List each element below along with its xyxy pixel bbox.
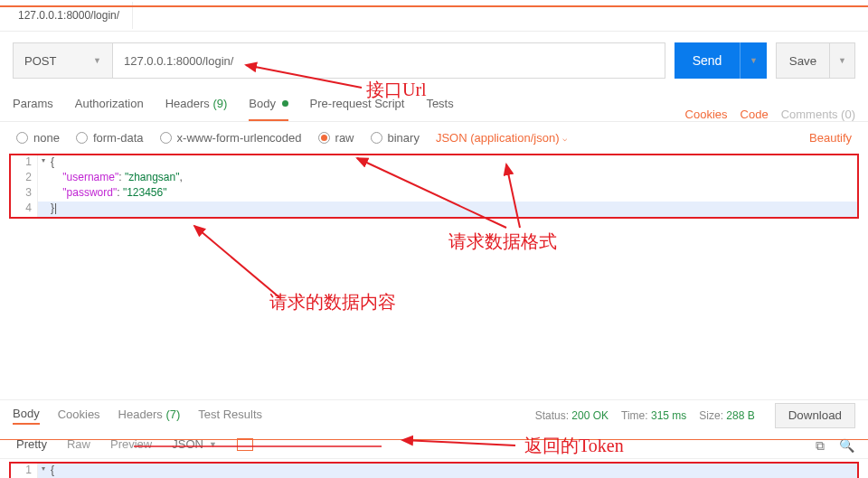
tab-authorization[interactable]: Authorization — [75, 97, 144, 121]
tab-body[interactable]: Body — [249, 97, 288, 121]
tab-prerequest[interactable]: Pre-request Script — [310, 97, 405, 121]
beautify-link[interactable]: Beautify — [809, 131, 852, 145]
radio-form-data[interactable]: form-data — [76, 131, 144, 145]
request-row: POST ▼ Send ▼ Save ▼ — [0, 32, 868, 89]
http-method-select[interactable]: POST ▼ — [13, 42, 112, 79]
annotation-datatype: 请求数据格式 — [448, 230, 557, 254]
chevron-down-icon: ▼ — [209, 440, 217, 449]
tab-params[interactable]: Params — [13, 97, 53, 121]
status-label: Status: 200 OK — [535, 409, 609, 422]
response-toolbar: Pretty Raw Preview JSON▼ ⧉ 🔍 — [0, 430, 868, 459]
size-label: Size: 288 B — [699, 409, 754, 422]
cookies-link[interactable]: Cookies — [685, 108, 728, 121]
tab-headers[interactable]: Headers (9) — [165, 97, 228, 121]
send-options-button[interactable]: ▼ — [740, 42, 767, 79]
radio-binary[interactable]: binary — [371, 131, 420, 145]
svg-line-3 — [194, 226, 280, 298]
response-tab-headers[interactable]: Headers (7) — [118, 408, 181, 424]
save-options-button[interactable]: ▼ — [830, 42, 855, 79]
body-type-row: none form-data x-www-form-urlencoded raw… — [0, 122, 868, 154]
radio-x-www-form[interactable]: x-www-form-urlencoded — [160, 131, 302, 145]
wrap-lines-icon[interactable] — [237, 438, 253, 451]
response-tab-body[interactable]: Body — [13, 407, 40, 425]
url-input[interactable] — [112, 42, 665, 79]
request-section-tabs: Params Authorization Headers (9) Body Pr… — [0, 89, 868, 122]
send-button[interactable]: Send — [675, 42, 740, 79]
content-type-select[interactable]: JSON (application/json) ⌵ — [436, 131, 568, 145]
response-body-viewer[interactable]: 1{2 "username": "zhangsan",3 "token": "6… — [9, 462, 859, 478]
tab-tests[interactable]: Tests — [426, 97, 453, 121]
chevron-down-icon: ⌵ — [562, 134, 567, 143]
chevron-down-icon: ▼ — [750, 56, 758, 65]
save-button[interactable]: Save — [776, 42, 830, 79]
time-label: Time: 315 ms — [621, 409, 686, 422]
chevron-down-icon: ▼ — [93, 56, 101, 65]
http-method-value: POST — [24, 54, 56, 68]
request-body-editor[interactable]: 1{2 "username": "zhangsan",3 "password":… — [9, 154, 859, 219]
chevron-down-icon: ▼ — [838, 56, 846, 65]
annotation-reqdata: 请求的数据内容 — [269, 290, 396, 314]
code-link[interactable]: Code — [741, 108, 769, 121]
response-tab-test-results[interactable]: Test Results — [198, 408, 262, 424]
comments-link[interactable]: Comments (0) — [781, 108, 855, 121]
radio-none[interactable]: none — [16, 131, 60, 145]
response-tab-cookies[interactable]: Cookies — [58, 408, 100, 424]
response-section: Body Cookies Headers (7) Test Results St… — [0, 399, 868, 430]
modified-dot-icon — [282, 100, 288, 107]
radio-raw[interactable]: raw — [318, 131, 354, 145]
download-button[interactable]: Download — [775, 403, 855, 428]
